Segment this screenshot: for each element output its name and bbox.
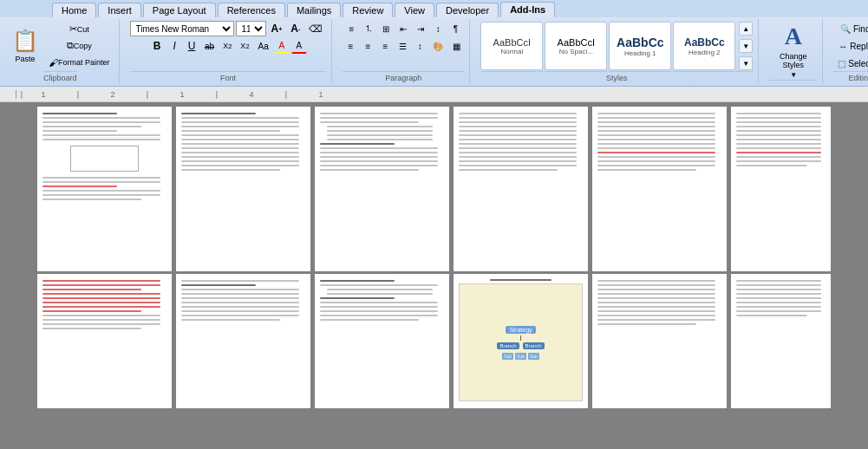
styles-scroll-up[interactable]: ▲ <box>739 22 753 36</box>
page-9 <box>315 274 449 408</box>
page-line <box>320 113 438 114</box>
font-name-select[interactable]: Times New Roman <box>130 21 234 36</box>
page-line <box>42 134 160 136</box>
grow-font-button[interactable]: A+ <box>268 21 286 36</box>
tab-review[interactable]: Review <box>343 3 393 17</box>
font-highlight-button[interactable]: A <box>274 38 290 54</box>
style-heading2-button[interactable]: AaBbCc Heading 2 <box>673 22 735 70</box>
page-line <box>181 143 299 145</box>
page-line <box>597 310 715 312</box>
font-size-select[interactable]: 11 <box>236 21 266 36</box>
paragraph-label: Paragraph <box>343 71 464 82</box>
page-line <box>597 293 715 295</box>
page-line <box>181 284 256 286</box>
font-color-button[interactable]: A <box>291 38 307 54</box>
styles-scroll-down[interactable]: ▼ <box>739 39 753 53</box>
increase-indent-button[interactable]: ⇥ <box>413 21 428 36</box>
page-line <box>181 156 299 158</box>
page-line <box>597 302 715 303</box>
clear-format-button[interactable]: ⌫ <box>305 21 326 36</box>
page-line <box>597 160 715 162</box>
tab-developer[interactable]: Developer <box>436 3 499 17</box>
page-line <box>320 284 438 286</box>
sort-button[interactable]: ↕ <box>430 21 446 36</box>
page-line <box>597 284 715 286</box>
page-1 <box>37 107 172 271</box>
tab-insert[interactable]: Insert <box>98 3 141 17</box>
page-line <box>42 302 160 303</box>
paste-icon: 📋 <box>12 29 38 53</box>
page-line <box>736 306 821 308</box>
ribbon-tabs: Home Insert Page Layout References Maili… <box>0 0 868 17</box>
multilevel-button[interactable]: ⊞ <box>378 21 394 36</box>
justify-button[interactable]: ☰ <box>395 38 410 54</box>
bullets-button[interactable]: ≡ <box>343 21 359 36</box>
italic-button[interactable]: I <box>166 38 182 54</box>
page-line <box>459 152 577 153</box>
select-button[interactable]: ⬚ Select ▼ <box>833 55 868 71</box>
page-line <box>736 147 821 149</box>
align-center-button[interactable]: ≡ <box>360 38 375 54</box>
tab-add-ins[interactable]: Add-Ins <box>500 2 555 17</box>
page-line <box>181 165 299 166</box>
change-styles-group: A Change Styles ▼ <box>766 19 823 84</box>
shrink-font-button[interactable]: A- <box>287 21 303 36</box>
style-normal-button[interactable]: AaBbCcI Normal <box>480 22 543 70</box>
page-5 <box>592 107 727 271</box>
shading-button[interactable]: 🎨 <box>429 38 447 54</box>
change-styles-button[interactable]: A Change Styles ▼ <box>769 26 817 75</box>
superscript-button[interactable]: X2 <box>237 38 252 54</box>
page-line <box>459 130 577 132</box>
page-10: Strategy Branch Branch Sub Sub Sub <box>454 274 588 408</box>
paste-button[interactable]: 📋 Paste <box>7 22 43 70</box>
find-button[interactable]: 🔍 Find ▼ <box>836 21 868 36</box>
page-line <box>736 134 821 136</box>
styles-group: AaBbCcI Normal AaBbCcI No Spaci... AaBbC… <box>477 19 759 84</box>
tab-page-layout[interactable]: Page Layout <box>143 3 216 17</box>
page-line <box>42 198 141 200</box>
line-spacing-button[interactable]: ↕ <box>412 38 427 54</box>
decrease-indent-button[interactable]: ⇤ <box>395 21 411 36</box>
page-line <box>181 169 280 171</box>
page-line <box>736 293 821 295</box>
page-line <box>181 302 299 303</box>
page-line <box>736 315 807 316</box>
page-line <box>181 117 299 119</box>
page-line <box>459 169 558 171</box>
align-left-button[interactable]: ≡ <box>343 38 358 54</box>
page-line <box>736 284 821 286</box>
tab-home[interactable]: Home <box>52 3 96 17</box>
subscript-button[interactable]: X2 <box>219 38 235 54</box>
replace-button[interactable]: ↔ Replace <box>834 38 868 54</box>
align-right-button[interactable]: ≡ <box>377 38 393 54</box>
change-styles-icon: A <box>785 23 802 50</box>
change-case-button[interactable]: Aa <box>255 38 272 54</box>
page-line <box>459 113 577 114</box>
page-line <box>597 165 715 166</box>
page-line <box>320 143 395 145</box>
underline-button[interactable]: U <box>184 38 199 54</box>
cut-button[interactable]: ✂ Cut <box>45 22 114 36</box>
ruler: | 1 | 2 | 1 | 4 | 1 <box>0 87 868 102</box>
font-label: Font <box>130 71 327 82</box>
styles-more[interactable]: ▼ <box>739 56 753 70</box>
style-no-spacing-button[interactable]: AaBbCcI No Spaci... <box>545 22 607 70</box>
bold-button[interactable]: B <box>149 38 165 54</box>
numbering-button[interactable]: ⒈ <box>361 21 376 36</box>
page-line <box>320 297 395 299</box>
tab-view[interactable]: View <box>395 3 434 17</box>
tab-references[interactable]: References <box>218 3 285 17</box>
format-painter-button[interactable]: 🖌 Format Painter <box>45 55 114 70</box>
show-hide-button[interactable]: ¶ <box>447 21 463 36</box>
page-line <box>736 297 821 299</box>
page-line <box>42 177 160 179</box>
copy-button[interactable]: ⧉ Copy <box>45 38 114 53</box>
border-button[interactable]: ▦ <box>448 38 464 54</box>
page-line <box>320 310 438 312</box>
strikethrough-button[interactable]: ab <box>201 38 218 54</box>
tab-mailings[interactable]: Mailings <box>287 3 341 17</box>
ribbon: Home Insert Page Layout References Maili… <box>0 0 868 87</box>
page-line <box>320 306 438 308</box>
page-line <box>459 117 577 119</box>
style-heading1-button[interactable]: AaBbCc Heading 1 <box>609 22 671 70</box>
